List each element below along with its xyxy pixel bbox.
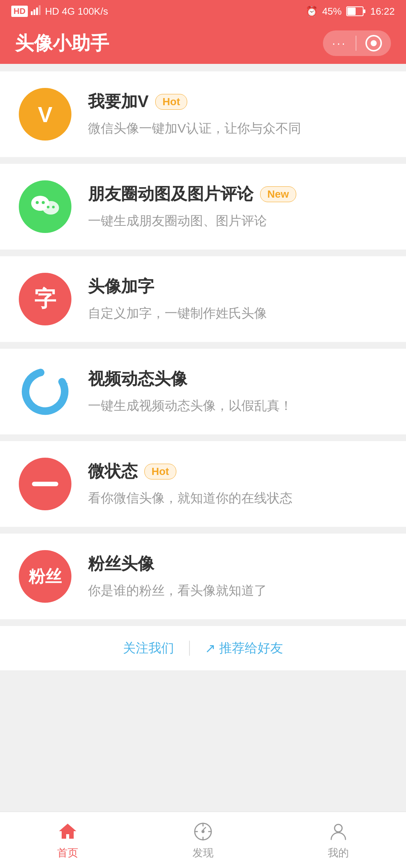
follow-us-link[interactable]: 关注我们 [123,640,174,657]
recommend-link[interactable]: ↗ 推荐给好友 [205,640,283,657]
battery-icon [346,6,366,16]
svg-point-13 [21,367,70,416]
svg-rect-3 [39,5,41,15]
svg-point-9 [36,201,39,204]
feature-title-fans: 粉丝头像 [88,553,154,575]
recommend-label: 推荐给好友 [219,640,283,657]
feature-icon-add-text: 字 [19,273,71,325]
time-text: 16:22 [370,6,395,17]
feature-title-moments: 朋友圈动图及图片评论 [88,183,253,205]
svg-point-11 [47,206,50,209]
icon-text-fans: 粉丝 [29,566,62,588]
status-left: HD HD 4G 100K/s [11,5,108,18]
title-row-add-text: 头像加字 [88,275,387,298]
signal-icon [31,5,42,18]
tab-home-label: 首页 [57,846,78,860]
more-dots: ··· [332,36,347,50]
feature-card-add-v[interactable]: V 我要加V Hot 微信头像一键加V认证，让你与众不同 [0,71,406,157]
badge-hot-add-v: Hot [155,94,187,110]
tab-discover[interactable]: 发现 [192,820,214,860]
feature-info-add-v: 我要加V Hot 微信头像一键加V认证，让你与众不同 [88,91,387,138]
mine-icon [327,820,350,843]
tab-home[interactable]: 首页 [56,820,79,860]
svg-rect-2 [36,8,38,15]
title-row-video: 视频动态头像 [88,368,387,390]
feature-info-micro-status: 微状态 Hot 看你微信头像，就知道你的在线状态 [88,460,387,508]
svg-point-8 [42,201,59,215]
feature-icon-fans: 粉丝 [19,550,71,603]
badge-hot-micro-status: Hot [144,464,176,479]
svg-point-10 [42,201,45,204]
record-button[interactable] [365,35,382,51]
feature-icon-micro-status [19,458,71,510]
feature-desc-moments: 一键生成朋友圈动图、图片评论 [88,211,387,230]
feature-title-video: 视频动态头像 [88,368,187,390]
feature-desc-video: 一键生成视频动态头像，以假乱真！ [88,396,387,415]
feature-info-moments: 朋友圈动图及图片评论 New 一键生成朋友圈动图、图片评论 [88,183,387,230]
title-row-add-v: 我要加V Hot [88,91,387,113]
svg-rect-5 [347,8,356,15]
hd-icon: HD [11,6,28,17]
speed-text: HD 4G 100K/s [45,6,108,17]
header-actions: ··· [323,30,391,56]
feature-desc-add-v: 微信头像一键加V认证，让你与众不同 [88,119,387,138]
tab-discover-label: 发现 [192,846,214,860]
record-inner [371,40,377,46]
status-right: ⏰ 45% 16:22 [306,6,395,17]
svg-rect-6 [364,9,365,13]
svg-point-22 [335,824,342,832]
feature-desc-micro-status: 看你微信头像，就知道你的在线状态 [88,488,387,508]
title-row-micro-status: 微状态 Hot [88,460,387,482]
feature-desc-add-text: 自定义加字，一键制作姓氏头像 [88,304,387,323]
feature-info-fans: 粉丝头像 你是谁的粉丝，看头像就知道了 [88,553,387,600]
svg-rect-0 [31,11,33,15]
feature-title-add-text: 头像加字 [88,275,154,298]
feature-card-micro-status[interactable]: 微状态 Hot 看你微信头像，就知道你的在线状态 [0,441,406,527]
discover-icon [192,820,214,843]
minus-icon [32,482,58,486]
main-content: V 我要加V Hot 微信头像一键加V认证，让你与众不同 朋友圈动图 [0,64,406,678]
alarm-icon: ⏰ [306,6,318,17]
badge-new-moments: New [260,186,296,202]
tab-bar: 首页 发现 我的 [0,812,406,868]
feature-card-moments[interactable]: 朋友圈动图及图片评论 New 一键生成朋友圈动图、图片评论 [0,164,406,250]
icon-text-v: V [38,102,53,127]
battery-text: 45% [322,6,342,17]
feature-info-add-text: 头像加字 自定义加字，一键制作姓氏头像 [88,275,387,323]
svg-line-21 [203,827,206,830]
feature-icon-add-v: V [19,88,71,141]
feature-card-fans[interactable]: 粉丝 粉丝头像 你是谁的粉丝，看头像就知道了 [0,534,406,619]
home-icon [56,820,79,843]
svg-point-12 [52,206,55,209]
feature-info-video: 视频动态头像 一键生成视频动态头像，以假乱真！ [88,368,387,415]
feature-card-add-text[interactable]: 字 头像加字 自定义加字，一键制作姓氏头像 [0,256,406,342]
app-header: 头像小助手 ··· [0,23,406,64]
title-row-moments: 朋友圈动图及图片评论 New [88,183,387,205]
feature-title-micro-status: 微状态 [88,460,138,482]
more-button[interactable]: ··· [332,36,347,50]
header-divider [356,36,356,51]
tab-mine[interactable]: 我的 [327,820,350,860]
feature-icon-moments [19,180,71,233]
share-icon: ↗ [205,641,215,656]
svg-rect-1 [33,9,35,15]
status-bar: HD HD 4G 100K/s ⏰ 45% 16:22 [0,0,406,23]
feature-desc-fans: 你是谁的粉丝，看头像就知道了 [88,581,387,600]
bottom-links: 关注我们 ↗ 推荐给好友 [0,626,406,670]
app-title: 头像小助手 [15,31,109,56]
icon-text-zi: 字 [34,284,56,314]
feature-card-video[interactable]: 视频动态头像 一键生成视频动态头像，以假乱真！ [0,349,406,434]
feature-icon-video [19,365,71,418]
title-row-fans: 粉丝头像 [88,553,387,575]
tab-mine-label: 我的 [328,846,349,860]
feature-title-add-v: 我要加V [88,91,148,113]
bottom-divider [189,641,190,656]
